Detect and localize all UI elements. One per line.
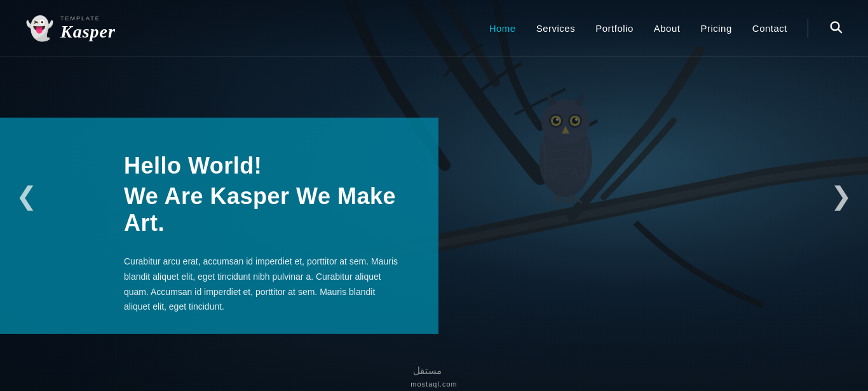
hero-body-text: Curabitur arcu erat, accumsan id imperdi…: [124, 254, 400, 315]
nav-item-pricing[interactable]: Pricing: [700, 23, 731, 34]
nav-link-services[interactable]: Services: [536, 23, 576, 34]
navbar: 👻 TEMPLATE Kasper Home Services Portfoli…: [0, 0, 868, 57]
nav-link-contact[interactable]: Contact: [752, 23, 787, 34]
nav-link-portfolio[interactable]: Portfolio: [595, 23, 634, 34]
nav-item-services[interactable]: Services: [536, 23, 576, 34]
logo-text: TEMPLATE Kasper: [60, 16, 116, 41]
logo-template-label: TEMPLATE: [60, 16, 116, 22]
hero-heading-2: We Are Kasper We Make Art.: [124, 183, 400, 237]
nav-link-about[interactable]: About: [654, 23, 681, 34]
search-icon: [829, 20, 843, 34]
carousel-next-button[interactable]: ❯: [824, 175, 858, 217]
carousel-prev-button[interactable]: ❮: [10, 175, 44, 217]
watermark-url: mostaql.com: [410, 380, 457, 388]
nav-item-about[interactable]: About: [654, 23, 681, 34]
nav-divider: [808, 19, 808, 38]
nav-item-home[interactable]: Home: [489, 23, 516, 34]
nav-menu: Home Services Portfolio About Pricing Co…: [489, 19, 843, 38]
nav-item-portfolio[interactable]: Portfolio: [595, 23, 634, 34]
watermark: مستقل mostaql.com: [410, 360, 457, 391]
nav-item-contact[interactable]: Contact: [752, 23, 787, 34]
hero-section: 👻 TEMPLATE Kasper Home Services Portfoli…: [0, 0, 868, 391]
logo-ghost-icon: 👻: [25, 15, 54, 42]
nav-link-pricing[interactable]: Pricing: [700, 23, 731, 34]
nav-link-home[interactable]: Home: [489, 23, 516, 34]
logo-name: Kasper: [60, 23, 116, 41]
svg-text:مستقل: مستقل: [413, 365, 442, 376]
watermark-logo: مستقل: [410, 360, 449, 380]
hero-heading-1: Hello World!: [124, 153, 400, 179]
svg-line-24: [838, 29, 841, 32]
hero-content-box: Hello World! We Are Kasper We Make Art. …: [0, 118, 438, 334]
logo[interactable]: 👻 TEMPLATE Kasper: [25, 15, 116, 42]
search-button[interactable]: [829, 20, 843, 37]
